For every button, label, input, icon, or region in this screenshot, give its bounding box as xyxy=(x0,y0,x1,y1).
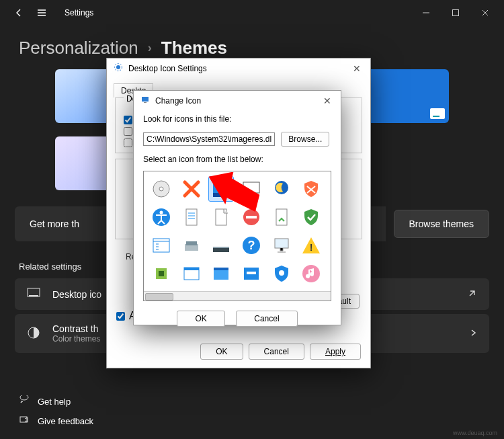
maximize-button[interactable] xyxy=(442,3,469,23)
computer-icon xyxy=(140,95,150,106)
svg-rect-23 xyxy=(153,239,169,252)
drive-dark-icon[interactable] xyxy=(209,233,233,257)
window-app-icon[interactable] xyxy=(239,262,263,286)
checkbox[interactable] xyxy=(116,312,125,321)
checkbox[interactable] xyxy=(124,138,132,147)
select-icon-label: Select an icon from the list below: xyxy=(134,151,341,168)
browse-button[interactable]: Browse... xyxy=(281,132,329,147)
svg-rect-8 xyxy=(144,102,146,103)
document-lines-icon[interactable] xyxy=(179,205,204,229)
svg-rect-30 xyxy=(275,239,288,248)
shield-orange-icon[interactable] xyxy=(299,177,323,201)
window-blue-icon[interactable] xyxy=(209,262,233,286)
music-icon[interactable] xyxy=(299,262,323,286)
external-link-icon xyxy=(468,288,477,300)
window-titlebar: Settings xyxy=(0,0,504,26)
drive-icon[interactable] xyxy=(179,233,204,257)
ok-button[interactable]: OK xyxy=(177,311,224,327)
svg-rect-0 xyxy=(453,10,459,16)
svg-rect-7 xyxy=(142,97,149,102)
cancel-button[interactable]: Cancel xyxy=(236,311,297,327)
back-icon[interactable] xyxy=(13,7,24,18)
dialog-title: Desktop Icon Settings xyxy=(128,64,207,73)
svg-point-40 xyxy=(279,270,284,276)
breadcrumb-parent[interactable]: Personalization xyxy=(19,38,138,58)
accessibility-icon[interactable] xyxy=(149,205,173,229)
browse-themes-button[interactable]: Browse themes xyxy=(394,210,489,238)
minimize-button[interactable] xyxy=(413,3,439,23)
horizontal-scrollbar[interactable] xyxy=(144,291,331,301)
footer: Get help Give feedback xyxy=(19,392,93,431)
cpu-icon[interactable] xyxy=(149,262,173,286)
svg-text:!: ! xyxy=(310,242,313,253)
svg-rect-33 xyxy=(159,271,164,276)
menu-icon[interactable] xyxy=(36,7,47,18)
svg-text:?: ? xyxy=(248,239,255,252)
icon-path-input[interactable] xyxy=(143,132,275,146)
close-icon[interactable]: ✕ xyxy=(321,95,334,106)
svg-marker-49 xyxy=(206,172,263,212)
desktop-icon xyxy=(27,288,42,301)
dialog-title: Change Icon xyxy=(155,96,201,106)
row-label: Desktop ico xyxy=(52,289,101,300)
watermark: www.deuaq.com xyxy=(453,430,497,436)
svg-rect-25 xyxy=(186,241,197,245)
svg-point-5 xyxy=(116,65,120,69)
gear-icon xyxy=(114,63,123,74)
checkbox[interactable] xyxy=(124,127,132,136)
list-window-icon[interactable] xyxy=(149,233,173,257)
close-button[interactable] xyxy=(472,3,499,23)
chevron-right-icon xyxy=(469,328,477,339)
svg-point-10 xyxy=(159,187,163,191)
document-arrow-icon[interactable] xyxy=(269,205,294,229)
apply-button[interactable]: Apply xyxy=(310,344,361,360)
look-for-label: Look for icons in this file: xyxy=(134,110,341,128)
svg-rect-35 xyxy=(184,268,199,270)
chevron-right-icon: › xyxy=(148,41,152,55)
svg-rect-22 xyxy=(276,209,287,225)
checkbox[interactable] xyxy=(124,116,132,124)
svg-rect-18 xyxy=(186,209,197,225)
annotation-arrow xyxy=(206,172,266,226)
help-icon[interactable]: ? xyxy=(239,233,263,257)
svg-point-17 xyxy=(160,211,163,214)
svg-rect-39 xyxy=(247,272,256,274)
row-label: Contrast th xyxy=(52,323,100,334)
get-help-link[interactable]: Get help xyxy=(19,392,93,411)
moon-shield-icon[interactable] xyxy=(269,177,294,201)
svg-rect-37 xyxy=(214,268,228,270)
shield-blue-icon[interactable] xyxy=(269,262,294,286)
theme-thumb[interactable] xyxy=(362,69,449,123)
row-sublabel: Color themes xyxy=(52,334,100,344)
window-icon[interactable] xyxy=(179,262,204,286)
contrast-icon xyxy=(27,326,42,342)
ok-button[interactable]: OK xyxy=(200,344,243,360)
screen-stand-icon[interactable] xyxy=(269,233,294,257)
x-red-icon[interactable] xyxy=(179,177,204,201)
svg-rect-2 xyxy=(29,295,38,296)
cancel-button[interactable]: Cancel xyxy=(249,344,304,360)
feedback-icon xyxy=(19,415,30,428)
svg-rect-27 xyxy=(213,247,229,248)
warning-icon[interactable]: ! xyxy=(299,233,323,257)
disc-icon[interactable] xyxy=(149,177,173,201)
close-icon[interactable]: ✕ xyxy=(350,63,364,74)
give-feedback-link[interactable]: Give feedback xyxy=(19,411,93,431)
help-chat-icon xyxy=(19,395,30,408)
breadcrumb-current: Themes xyxy=(161,38,227,58)
window-title: Settings xyxy=(65,8,93,17)
shield-green-icon[interactable] xyxy=(299,205,323,229)
